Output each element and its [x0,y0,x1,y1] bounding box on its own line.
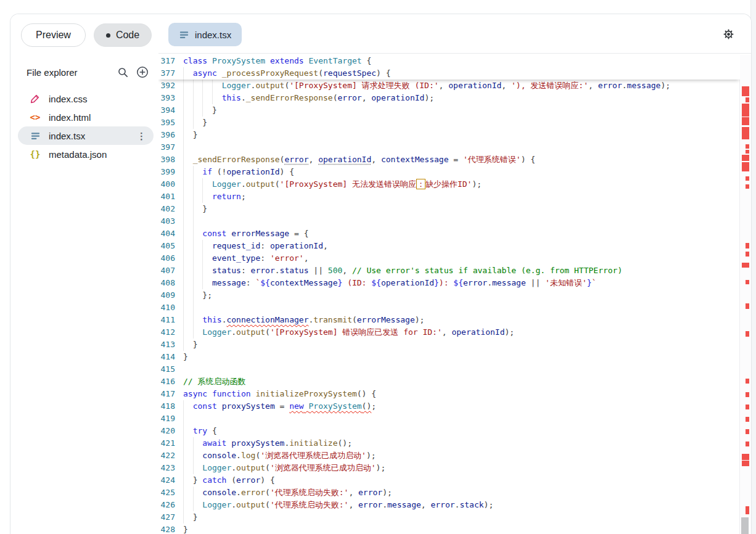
code-line-text: } [183,524,740,534]
indent-guide [183,437,184,450]
indent-guide [183,289,184,302]
code-line: 408 message: `${contextMessage} (ID: ${o… [158,277,740,289]
line-number: 413 [158,339,175,351]
line-number: 398 [158,154,175,166]
indent-guide [202,277,203,289]
indent-guide [183,302,184,314]
indent-guide [183,166,184,178]
indent-guide [183,400,184,413]
code-line: 412 Logger.output('[ProxySystem] 错误响应已发送… [158,326,740,339]
line-number: 418 [158,400,175,413]
braces-icon: {} [29,149,41,159]
line-number: 409 [158,289,175,302]
code-line: 426 Logger.output('代理系统启动失败:', error.mes… [158,499,740,511]
code-line: 411 this.connectionManager.transmit(erro… [158,314,740,326]
code-line-text: request_id: operationId, [183,240,740,252]
indent-guide [193,462,194,474]
code-button[interactable]: Code [94,23,152,47]
line-number: 422 [158,450,175,462]
error-mark [746,303,749,309]
line-number: 402 [158,203,175,215]
indent-guide [193,80,194,92]
gear-icon [723,28,734,40]
code-line: 416// 系统启动函数 [158,376,740,388]
code-line-text: status: error.status || 500, // Use erro… [183,265,740,277]
indent-guide [193,178,194,191]
indent-guide [193,499,194,511]
indent-guide [183,499,184,511]
line-number: 392 [158,80,175,92]
file-explorer-header: File explorer [27,64,152,81]
line-number: 404 [158,228,175,240]
line-number: 420 [158,425,175,437]
indent-guide [183,487,184,499]
file-item-index.tsx[interactable]: index.tsx⋮ [18,126,154,145]
code-line-text: return; [183,191,740,203]
search-button[interactable] [113,64,133,81]
code-line-text: console.log('浏览器代理系统已成功启动'); [183,450,740,462]
line-number: 417 [158,388,175,400]
indent-guide [183,215,184,228]
code-line: 393 this._sendErrorResponse(error, opera… [158,92,740,104]
code-line: 407 status: error.status || 500, // Use … [158,265,740,277]
code-line: 424 } catch (error) { [158,474,740,487]
preview-button[interactable]: Preview [21,23,86,47]
file-item-index.css[interactable]: index.css [18,89,154,108]
code-line: 395 } [158,117,740,129]
code-line: 397 [158,141,740,154]
kebab-menu-icon[interactable]: ⋮ [137,131,146,141]
indent-guide [183,203,184,215]
scrollbar-thumb[interactable] [741,517,749,534]
line-number: 406 [158,252,175,265]
sticky-scroll-lines: 317class ProxySystem extends EventTarget… [158,55,740,80]
indent-guide [183,474,184,487]
line-number: 416 [158,376,175,388]
line-number: 410 [158,302,175,314]
line-number: 423 [158,462,175,474]
editor-scrollbar[interactable] [739,55,751,534]
indent-guide [183,178,184,191]
line-number: 397 [158,141,175,154]
line-number: 425 [158,487,175,499]
indent-guide [193,203,194,215]
file-item-index.html[interactable]: <>index.html [18,108,154,126]
indent-guide [212,80,213,92]
indent-guide [202,252,203,265]
indent-guide [183,240,184,252]
error-mark [746,252,749,257]
indent-guide [193,326,194,339]
code-line-text [183,302,740,314]
line-number: 428 [158,524,175,534]
indent-guide [193,240,194,252]
code-line-text: } [183,117,740,129]
code-line: 423 Logger.output('浏览器代理系统已成功启动'); [158,462,740,474]
code-line-text: } [183,203,740,215]
code-line-text: this._sendErrorResponse(error, operation… [183,92,740,104]
line-number: 377 [158,67,175,80]
code-line: 400 Logger.output('[ProxySystem] 无法发送错误响… [158,178,740,191]
indent-guide [193,487,194,499]
code-line-text [183,413,740,425]
code-line-text: async function initializeProxySystem() { [183,388,740,400]
file-item-metadata.json[interactable]: {}metadata.json [18,145,154,163]
code-line: 396 } [158,129,740,141]
line-number: 399 [158,166,175,178]
indent-guide [183,511,184,524]
code-line: 404 const errorMessage = { [158,228,740,240]
code-line-text: } [183,511,740,524]
add-file-button[interactable] [133,64,152,81]
code-line-text: await proxySystem.initialize(); [183,437,740,450]
line-number: 394 [158,104,175,117]
code-line-text: // 系统启动函数 [183,376,740,388]
file-name: index.html [49,112,146,123]
code-line-text: } [183,339,740,351]
code-line-text: console.error('代理系统启动失败:', error); [183,487,740,499]
settings-button[interactable] [721,27,735,41]
code-editor[interactable]: 392 Logger.output('[ProxySystem] 请求处理失败 … [158,55,740,534]
error-mark [742,155,749,161]
file-name: index.css [49,94,146,104]
indent-guide [183,413,184,425]
indent-guide [193,228,194,240]
tab-index-tsx[interactable]: index.tsx [168,23,242,46]
code-line-text: try { [183,425,740,437]
